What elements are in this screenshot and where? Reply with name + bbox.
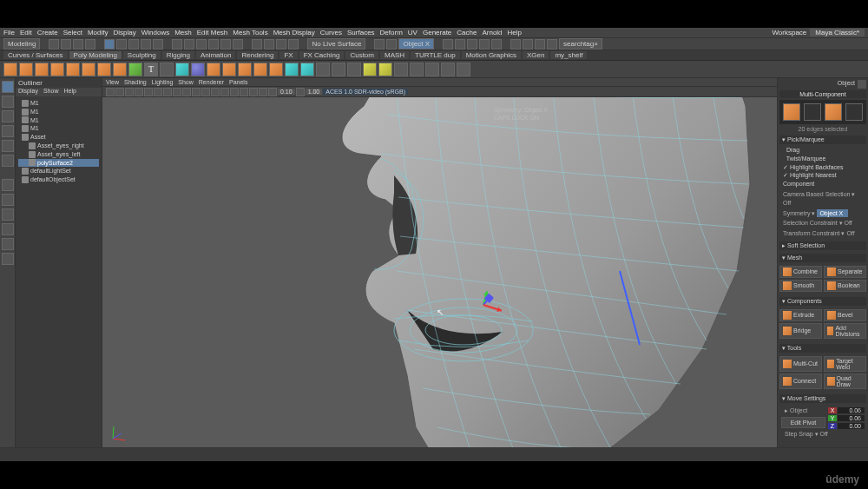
vp-tool-icon[interactable] [182,88,191,96]
pick-drag[interactable]: Drag [783,146,863,155]
status-icon[interactable] [288,39,299,50]
vp-menu-shading[interactable]: Shading [124,79,147,85]
outliner-item[interactable]: defaultLightSet [18,167,99,175]
vp-tool-icon[interactable] [220,88,229,96]
menu-uv[interactable]: UV [408,29,418,36]
menu-create[interactable]: Create [37,29,58,36]
poly-disc-icon[interactable] [97,63,111,76]
status-icon[interactable] [276,39,286,50]
status-icon[interactable] [153,39,163,50]
shelf-tool-icon[interactable] [457,63,470,76]
vp-number[interactable]: 0.10 [278,89,295,95]
edit-pivot-button[interactable]: Edit Pivot [781,417,825,428]
outliner-menu-show[interactable]: Show [41,88,62,96]
vp-tool-icon[interactable] [230,88,239,96]
vp-tool-icon[interactable] [163,88,172,96]
shelf-tool-icon[interactable] [410,63,424,76]
shelf-tool-icon[interactable] [347,63,361,76]
live-surface[interactable]: No Live Surface [307,38,365,50]
menu-help[interactable]: Help [508,29,522,36]
menu-cache[interactable]: Cache [457,29,477,36]
vp-tool-icon[interactable] [115,88,124,96]
panel-icon[interactable] [510,39,521,50]
outliner-item[interactable]: M1 [18,116,99,125]
render-icon[interactable] [491,39,502,50]
menu-meshdisplay[interactable]: Mesh Display [273,29,315,36]
vp-tool-icon[interactable] [144,88,153,96]
menu-windows[interactable]: Windows [141,29,169,36]
pick-tweak[interactable]: Twist/Marquee [783,155,863,163]
shelf-tab[interactable]: Animation [196,51,236,59]
smooth-button[interactable]: Smooth [779,280,822,292]
vp-tool-icon[interactable] [154,88,162,96]
status-icon[interactable] [386,39,397,50]
render-icon[interactable] [455,39,465,50]
shelf-tab[interactable]: my_shelf [550,51,587,59]
shelf-tab[interactable]: Curves / Surfaces [3,51,68,59]
layout-custom-icon[interactable] [2,208,14,221]
exposure-icon[interactable] [296,88,305,96]
outliner-item[interactable]: M1 [18,124,99,133]
status-icon[interactable] [73,39,83,50]
scale-tool-icon[interactable] [2,155,14,167]
shelf-tool-icon[interactable] [425,63,439,76]
vp-tool-icon[interactable] [211,88,220,96]
vp-tool-icon[interactable] [106,88,115,96]
superellipse-icon[interactable] [128,63,142,76]
menu-editmesh[interactable]: Edit Mesh [197,29,228,36]
vp-tool-icon[interactable] [173,88,181,96]
shelf-tab[interactable]: FX Caching [299,51,345,59]
components-section[interactable]: ▾ Components [779,297,866,306]
extrude-button[interactable]: Extrude [779,309,822,321]
shelf-tab[interactable]: Custom [345,51,378,59]
shelf-tool-icon[interactable] [363,63,377,76]
poly-cone-icon[interactable] [50,63,64,76]
snap-icon[interactable] [184,39,194,50]
status-icon[interactable] [374,39,385,50]
outliner-item[interactable]: Asset [18,133,99,142]
shelf-tool-icon[interactable] [253,63,267,76]
symmetry-value[interactable]: Object X [817,209,848,218]
vp-tool-icon[interactable] [135,88,143,96]
shelf-tab[interactable]: XGen [523,51,549,59]
outliner-item[interactable]: Asset_eyes_right [18,142,99,150]
outliner-menu-display[interactable]: Display [16,88,41,96]
combine-icon[interactable] [207,63,220,76]
vp-tool-icon[interactable] [249,88,258,96]
snap-icon[interactable] [208,39,219,50]
z-value[interactable]: 0.00 [838,423,865,429]
svg-icon[interactable] [160,63,174,76]
pick-section[interactable]: ▾ Pick/Marquee [779,135,866,144]
shelf-tab[interactable]: Rigging [162,51,194,59]
combine-button[interactable]: Combine [779,266,822,278]
rotate-tool-icon[interactable] [2,140,14,152]
shelf-tool-icon[interactable] [300,63,314,76]
vp-tool-icon[interactable] [240,88,248,96]
camera-sel-value[interactable]: Off [783,200,791,206]
vp-menu-show[interactable]: Show [178,79,194,85]
tools-section[interactable]: ▾ Tools [779,344,866,353]
target-weld-button[interactable]: Target Weld [824,356,866,372]
quad-draw-button[interactable]: Quad Draw [824,373,866,389]
soft-selection-section[interactable]: ▸ Soft Selection [779,241,866,250]
mode-selector[interactable]: Modeling [3,38,40,50]
trans-constraint-value[interactable]: Off [846,230,854,236]
timeline[interactable] [0,447,868,461]
render-icon[interactable] [443,39,453,50]
outliner-item[interactable]: M1 [18,99,99,108]
outliner-item[interactable]: Asset_eyes_left [18,150,99,159]
multi-component-button[interactable]: Multi-Component [779,90,866,98]
edge-mode-icon[interactable] [804,103,821,121]
outliner-menu-help[interactable]: Help [61,88,78,96]
poly-sphere-icon[interactable] [3,63,17,76]
mesh-section[interactable]: ▾ Mesh [779,254,866,262]
shelf-tab[interactable]: MASH [380,51,409,59]
status-icon[interactable] [141,39,151,50]
move-settings-section[interactable]: ▾ Move Settings [779,394,866,403]
layout-custom-icon[interactable] [2,253,14,265]
move-tool-icon[interactable] [2,125,14,137]
poly-cylinder-icon[interactable] [35,63,49,76]
outliner-item[interactable]: M1 [18,108,99,116]
shelf-tool-icon[interactable] [394,63,408,76]
poly-type-icon[interactable]: T [144,63,158,76]
